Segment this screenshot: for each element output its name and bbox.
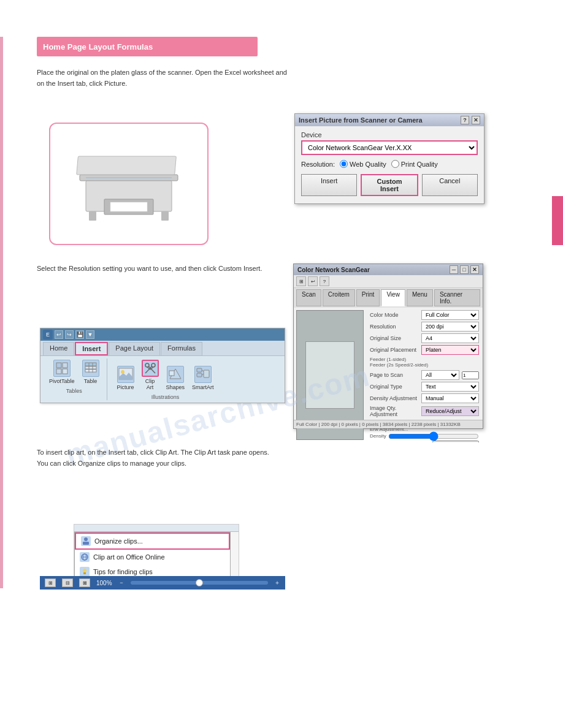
scangear-tab-info[interactable]: Scanner Info. xyxy=(434,289,480,306)
dialog-insert-title: Insert Picture from Scanner or Camera xyxy=(299,116,423,124)
svg-rect-4 xyxy=(110,202,147,211)
scangear-minimize[interactable]: ─ xyxy=(450,265,458,274)
device-dropdown[interactable]: Color Network ScanGear Ver.X.XX xyxy=(302,142,477,154)
clip-art-online-item[interactable]: Clip art on Office Online xyxy=(75,550,230,564)
ribbon-group-tables: PivotTable Table Tables xyxy=(44,358,107,400)
statusbar-btn-1[interactable]: ⊞ xyxy=(45,578,56,587)
clip-art-online-icon xyxy=(80,552,90,562)
left-accent-bar xyxy=(0,37,3,588)
clip-art-button[interactable]: ClipArt xyxy=(139,358,161,392)
toolbar-btn-3[interactable]: ? xyxy=(320,276,329,286)
dialog-help-icon[interactable]: ? xyxy=(461,116,469,124)
tables-group-label: Tables xyxy=(66,388,82,394)
density-slider-row: Density xyxy=(370,433,479,439)
density-slider[interactable] xyxy=(388,434,479,439)
resolution-web-label[interactable]: Web Quality xyxy=(340,160,386,168)
setting-resolution: Resolution 200 dpi xyxy=(370,322,479,332)
setting-original-placement: Original Placement Platen xyxy=(370,345,479,355)
qat-undo[interactable]: ↩ xyxy=(55,330,63,339)
scangear-tab-menu[interactable]: Menu xyxy=(407,289,433,306)
setting-image-qty-dropdown[interactable]: Reduce/Adjust xyxy=(421,406,479,416)
ribbon-tab-home[interactable]: Home xyxy=(43,342,74,355)
scangear-maximize[interactable]: □ xyxy=(460,265,469,274)
body-text-2: Select the Resolution setting you want t… xyxy=(37,264,270,275)
qat-save[interactable]: 💾 xyxy=(75,330,84,339)
setting-original-size-dropdown[interactable]: A4 xyxy=(421,333,479,343)
svg-rect-12 xyxy=(85,363,96,366)
ribbon-qat: E ↩ ↪ 💾 ▼ xyxy=(40,328,285,341)
svg-line-23 xyxy=(145,366,152,373)
scangear-close[interactable]: ✕ xyxy=(470,265,479,274)
pivot-table-button[interactable]: PivotTable xyxy=(47,358,77,385)
setting-color-mode-label: Color Mode xyxy=(370,312,419,318)
organize-clips-item[interactable]: Organize clips... xyxy=(75,533,230,550)
table-icon xyxy=(82,360,99,377)
body-text-3: To insert clip art, on the Insert tab, c… xyxy=(37,447,270,469)
toolbar-btn-1[interactable]: ⊞ xyxy=(296,276,306,286)
table-button[interactable]: Table xyxy=(80,358,102,385)
illustrations-group-label: Illustrations xyxy=(151,394,180,400)
setting-page-scan: Page to Scan All xyxy=(370,370,479,380)
insert-button[interactable]: Insert xyxy=(301,174,357,196)
svg-rect-27 xyxy=(169,371,174,376)
setting-image-qty: Image Qty. Adjustment Reduce/Adjust xyxy=(370,405,479,417)
statusbar-btn-3[interactable]: ⊠ xyxy=(79,578,90,587)
ribbon-tab-formulas[interactable]: Formulas xyxy=(161,342,202,355)
qat-dropdown[interactable]: ▼ xyxy=(86,330,94,339)
resolution-print-label[interactable]: Print Quality xyxy=(391,160,438,168)
shapes-button[interactable]: Shapes xyxy=(164,365,188,392)
svg-rect-7 xyxy=(161,211,169,221)
shapes-icon xyxy=(167,366,184,383)
pivot-table-label: PivotTable xyxy=(49,378,75,384)
scangear-tab-croitem[interactable]: Croitem xyxy=(323,289,355,306)
setting-resolution-label: Resolution xyxy=(370,324,419,330)
body-text-1: Place the original on the platen glass o… xyxy=(37,67,294,89)
statusbar-btn-2[interactable]: ⊟ xyxy=(62,578,73,587)
setting-page-scan-dropdown[interactable]: All xyxy=(421,370,459,380)
cancel-button[interactable]: Cancel xyxy=(422,174,478,196)
scangear-tab-view[interactable]: View xyxy=(381,289,405,306)
spreadsheet-strip xyxy=(74,525,239,532)
restore-defaults-button[interactable]: Restore Defaults xyxy=(432,441,479,442)
setting-color-mode-dropdown[interactable]: Full Color xyxy=(421,310,479,320)
resolution-print-radio[interactable] xyxy=(391,160,399,168)
table-label: Table xyxy=(84,378,98,384)
scangear-status-text: Full Color | 200 dpi | 0 pixels | 0 pixe… xyxy=(296,422,461,427)
scangear-title-text: Color Network ScanGear xyxy=(297,267,370,273)
svg-rect-14 xyxy=(85,370,96,372)
resolution-web-radio[interactable] xyxy=(340,160,348,168)
organize-clips-icon xyxy=(81,536,91,546)
custom-insert-button[interactable]: Custom Insert xyxy=(361,174,418,196)
smart-art-button[interactable]: SmartArt xyxy=(190,365,216,392)
scangear-title-bar: Color Network ScanGear ─ □ ✕ xyxy=(294,264,483,275)
ribbon-content: PivotTable Table Tables Picture xyxy=(40,355,285,403)
header-title: Home Page Layout Formulas xyxy=(43,42,153,51)
setting-density-dropdown[interactable]: Manual xyxy=(421,393,479,403)
qat-redo[interactable]: ↪ xyxy=(65,330,74,339)
scangear-tab-scan[interactable]: Scan xyxy=(296,289,321,306)
clip-menu-container: Organize clips... Clip art on Office Onl… xyxy=(74,524,239,580)
setting-density-label: Density Adjustment xyxy=(370,395,419,401)
scangear-tab-print[interactable]: Print xyxy=(356,289,380,306)
dialog-close-icon[interactable]: ✕ xyxy=(472,116,480,124)
svg-rect-10 xyxy=(56,369,61,374)
zoom-slider-thumb[interactable] xyxy=(196,579,203,586)
setting-resolution-dropdown[interactable]: 200 dpi xyxy=(421,322,479,332)
setting-original-type-dropdown[interactable]: Text xyxy=(421,382,479,392)
svg-rect-34 xyxy=(83,542,89,545)
ribbon-tab-page-layout[interactable]: Page Layout xyxy=(109,342,160,355)
ribbon-tab-insert[interactable]: Insert xyxy=(75,342,108,355)
toolbar-btn-2[interactable]: ↩ xyxy=(308,276,318,286)
setting-page-count[interactable] xyxy=(462,371,479,379)
smart-art-label: SmartArt xyxy=(192,384,214,390)
device-label: Device xyxy=(301,131,478,138)
shapes-label: Shapes xyxy=(166,384,185,390)
scangear-tabs: Scan Croitem Print View Menu Scanner Inf… xyxy=(294,288,483,308)
setting-placement-dropdown[interactable]: Platen xyxy=(421,345,479,355)
dialog-scangear: Color Network ScanGear ─ □ ✕ ⊞ ↩ ? Scan … xyxy=(293,264,483,429)
picture-button[interactable]: Picture xyxy=(115,365,137,392)
smart-art-icon xyxy=(194,366,212,383)
zoom-slider-track xyxy=(131,581,268,585)
picture-label: Picture xyxy=(117,384,134,390)
feeder-options: Feeder (1-sided) Feeder (2s Speed/2-side… xyxy=(370,357,479,368)
